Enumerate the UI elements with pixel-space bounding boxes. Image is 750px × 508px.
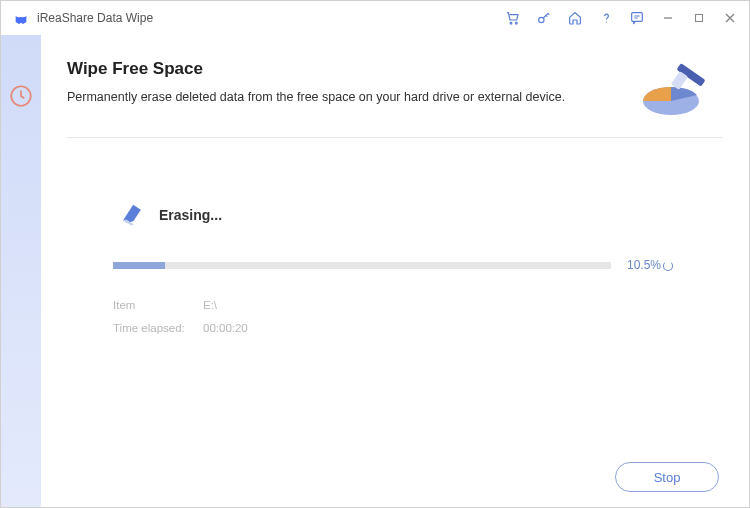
feedback-icon[interactable] — [628, 9, 646, 27]
progress-row: 10.5% — [113, 258, 677, 272]
footer: Stop — [41, 447, 749, 507]
app-body: Wipe Free Space Permanently erase delete… — [1, 35, 749, 507]
item-value: E:\ — [203, 294, 217, 317]
app-logo-icon — [13, 10, 29, 26]
help-icon[interactable] — [597, 9, 615, 27]
progress-percent: 10.5% — [627, 258, 677, 272]
time-row: Time elapsed: 00:00:20 — [113, 317, 677, 340]
app-window: iReaShare Data Wipe — [0, 0, 750, 508]
svg-point-2 — [539, 17, 544, 22]
home-icon[interactable] — [566, 9, 584, 27]
sidebar — [1, 35, 41, 507]
svg-rect-6 — [696, 15, 703, 22]
eraser-icon — [117, 200, 148, 231]
svg-rect-4 — [632, 13, 643, 22]
page-header: Wipe Free Space Permanently erase delete… — [41, 35, 749, 137]
wipe-illustration-icon — [631, 59, 717, 119]
info-block: Item E:\ Time elapsed: 00:00:20 — [113, 294, 677, 340]
spinner-icon — [663, 261, 673, 271]
title-right — [504, 9, 739, 27]
main-panel: Wipe Free Space Permanently erase delete… — [41, 35, 749, 507]
time-label: Time elapsed: — [113, 317, 193, 340]
progress-fill — [113, 262, 165, 269]
stop-button[interactable]: Stop — [615, 462, 719, 492]
progress-percent-text: 10.5% — [627, 258, 661, 272]
titlebar: iReaShare Data Wipe — [1, 1, 749, 35]
key-icon[interactable] — [535, 9, 553, 27]
app-title: iReaShare Data Wipe — [37, 11, 153, 25]
progress-area: Erasing... 10.5% Item E:\ — [41, 138, 749, 447]
progress-bar — [113, 262, 611, 269]
cart-icon[interactable] — [504, 9, 522, 27]
close-button[interactable] — [721, 9, 739, 27]
status-row: Erasing... — [119, 202, 677, 228]
svg-point-1 — [515, 22, 517, 24]
item-label: Item — [113, 294, 193, 317]
item-row: Item E:\ — [113, 294, 677, 317]
svg-point-3 — [605, 21, 606, 22]
page-description: Permanently erase deleted data from the … — [67, 89, 615, 107]
svg-point-0 — [510, 22, 512, 24]
title-left: iReaShare Data Wipe — [13, 10, 153, 26]
header-text: Wipe Free Space Permanently erase delete… — [67, 59, 615, 107]
minimize-button[interactable] — [659, 9, 677, 27]
wipe-mode-icon[interactable] — [8, 83, 34, 109]
maximize-button[interactable] — [690, 9, 708, 27]
status-text: Erasing... — [159, 207, 222, 223]
page-title: Wipe Free Space — [67, 59, 615, 79]
time-value: 00:00:20 — [203, 317, 248, 340]
